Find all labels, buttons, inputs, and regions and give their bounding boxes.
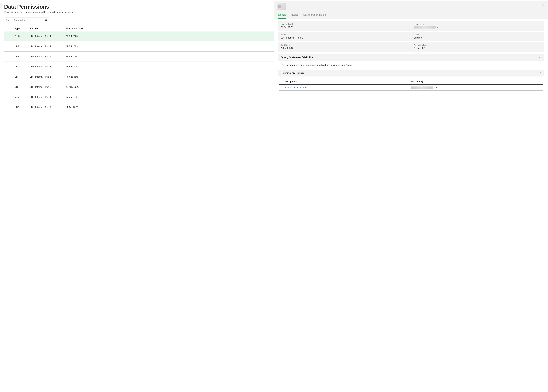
history-row: 12 Jul 2023 15:22 CEST.com (279, 85, 543, 91)
page-subtitle: View, edit or revoke permissions granted… (4, 11, 274, 14)
info-start-date: Start Date 2 Jun 2023 (278, 42, 411, 52)
search-icon (45, 19, 48, 22)
info-last-updated: Last Updated 29 Jul 2023 (278, 21, 411, 31)
info-status: Status Expired (411, 32, 544, 41)
cell-partner: LDH Internal - Pub 2 (30, 45, 65, 48)
info-label: Last Updated (280, 23, 409, 25)
history-updated-by: .com (411, 86, 539, 89)
svg-point-0 (45, 19, 47, 21)
close-button[interactable] (541, 3, 545, 7)
cell-partner: LDH Internal - Pub 2 (30, 106, 65, 109)
cell-type: UDF (12, 55, 30, 58)
section-title: Query Statement Visibility (281, 56, 313, 59)
chevron-up-icon (539, 71, 541, 75)
info-value: 2 Jun 2023 (280, 47, 409, 50)
info-value: 29 Jul 2023 (280, 26, 409, 29)
info-label: Expiration Date (414, 44, 542, 46)
cell-partner: LDH Internal - Pub 2 (30, 86, 65, 88)
cell-expiration: 29 Jul 2023 (65, 35, 273, 38)
chevron-up-icon (539, 56, 541, 59)
cell-partner: LDH Internal - Pub 1 (30, 35, 65, 38)
cell-type: UDF (12, 106, 30, 109)
redacted-text (411, 86, 433, 89)
info-value: 29 Jul 2023 (414, 47, 542, 50)
history-date-link[interactable]: 12 Jul 2023 15:22 CEST (284, 86, 411, 89)
permissions-table: Type Partner Expiration Date TableLDH In… (4, 27, 274, 112)
search-input[interactable] (6, 19, 45, 22)
cell-expiration: No end date (65, 96, 273, 98)
info-label: Updated By (414, 23, 542, 25)
info-label: Start Date (280, 44, 409, 46)
history-header-row: Last Updated Updated By (279, 79, 543, 85)
cell-expiration: 11 Apr 2023 (65, 106, 273, 109)
cell-partner: LDH Internal - Pub 1 (30, 65, 65, 68)
info-label: Partner (280, 34, 409, 36)
cell-partner: LDH Internal - Pub 1 (30, 96, 65, 98)
table-row[interactable]: TableLDH Internal - Pub 129 Jul 2023 (4, 31, 274, 41)
cell-expiration: 27 Jul 2023 (65, 45, 273, 48)
section-query-visibility[interactable]: Query Statement Visibility (278, 54, 544, 61)
cell-expiration: No end date (65, 76, 273, 78)
table-row[interactable]: ViewLDH Internal - Pub 1No end date (4, 92, 274, 102)
details-pane: Details Tables Collaboration Rules Last … (274, 0, 548, 392)
cell-partner: LDH Internal - Pub 1 (30, 76, 65, 78)
table-row[interactable]: UDFLDH Internal - Pub 1No end date (4, 72, 274, 82)
cell-type: UDF (12, 76, 30, 78)
cell-expiration: 20 May 2023 (65, 86, 273, 88)
table-row[interactable]: UDFLDH Internal - Pub 220 May 2023 (4, 82, 274, 92)
section-title: Permission History (281, 71, 305, 75)
info-value: om (414, 26, 542, 29)
close-icon (541, 5, 544, 7)
tab-tables[interactable]: Tables (291, 13, 299, 19)
page-title: Data Permissions (4, 4, 274, 10)
svg-line-1 (47, 21, 47, 21)
query-visibility-body: My partner's query statements will not b… (278, 61, 544, 68)
info-expiration-date: Expiration Date 29 Jul 2023 (411, 42, 544, 52)
tab-collaboration-rules[interactable]: Collaboration Rules (303, 13, 326, 19)
cell-expiration: No end date (65, 55, 273, 58)
tab-details[interactable]: Details (278, 13, 286, 19)
redacted-text (414, 26, 435, 28)
cell-type: UDF (12, 65, 30, 68)
table-header-row: Type Partner Expiration Date (4, 27, 274, 31)
search-permissions[interactable] (4, 18, 49, 23)
cell-type: Table (12, 35, 30, 38)
col-header-last-updated: Last Updated (284, 80, 411, 83)
cell-type: View (12, 96, 30, 98)
section-permission-history[interactable]: Permission History (278, 70, 544, 77)
cell-type: UDF (12, 86, 30, 88)
partner-avatar (277, 3, 286, 10)
info-value: LDH Internal - Pub 1 (280, 36, 409, 39)
info-label: Status (414, 34, 542, 36)
cell-expiration: No end date (65, 65, 273, 68)
info-partner: Partner LDH Internal - Pub 1 (278, 32, 411, 41)
cell-type: UDF (12, 45, 30, 48)
query-visibility-text: My partner's query statements will not b… (286, 63, 353, 67)
col-header-expiration: Expiration Date (65, 27, 273, 30)
table-row[interactable]: UDFLDH Internal - Pub 1No end date (4, 62, 274, 72)
info-updated-by: Updated By om (411, 21, 544, 31)
decorative-blob (0, 3, 3, 8)
x-icon (282, 63, 284, 67)
col-header-updated-by: Updated By (411, 80, 539, 83)
history-table: Last Updated Updated By 12 Jul 2023 15:2… (278, 77, 544, 91)
col-header-partner: Partner (30, 27, 65, 30)
detail-tabs: Details Tables Collaboration Rules (274, 10, 548, 19)
permissions-list-pane: Data Permissions View, edit or revoke pe… (0, 0, 274, 392)
table-row[interactable]: UDFLDH Internal - Pub 2No end date (4, 52, 274, 62)
table-row[interactable]: UDFLDH Internal - Pub 211 Apr 2023 (4, 102, 274, 112)
info-value: Expired (414, 36, 542, 39)
info-grid: Last Updated 29 Jul 2023 Updated By om P… (278, 21, 544, 52)
table-row[interactable]: UDFLDH Internal - Pub 227 Jul 2023 (4, 41, 274, 52)
cell-partner: LDH Internal - Pub 2 (30, 55, 65, 58)
col-header-type: Type (12, 27, 30, 30)
